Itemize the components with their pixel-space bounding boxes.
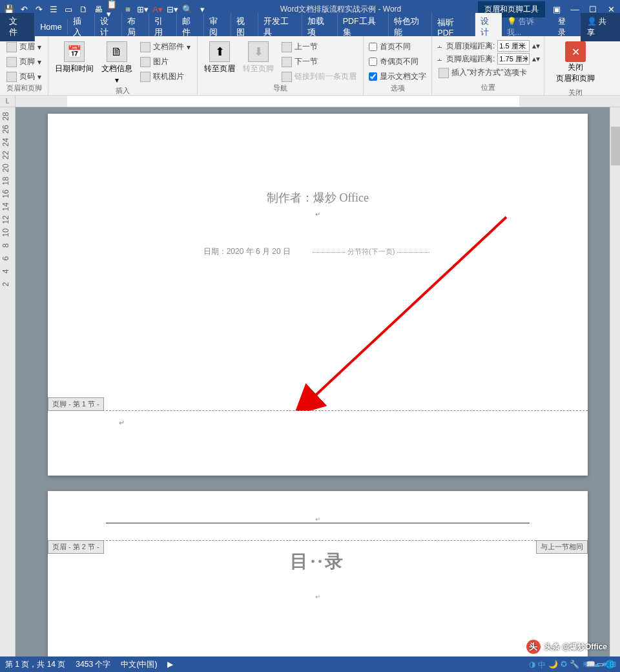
page-number-button[interactable]: 页码 ▾ [4, 70, 44, 83]
watermark-overlay: 头 头条 @爆炒Office [526, 640, 607, 654]
tray-icon[interactable]: 🔧 [570, 660, 579, 671]
show-text-checkbox[interactable]: 显示文档文字 [367, 70, 428, 83]
status-language[interactable]: 中文(中国) [121, 659, 157, 670]
pictures-button[interactable]: 图片 [138, 55, 193, 68]
annotation-arrow-icon [293, 211, 519, 411]
same-as-previous-tag: 与上一节相同 [536, 540, 588, 554]
tab-selector[interactable]: L [0, 96, 16, 107]
close-x-icon: ✕ [565, 41, 586, 62]
toc-heading: 目··录 [99, 549, 536, 574]
header-section-tag: 页眉 - 第 2 节 - [48, 540, 104, 554]
date-text: 日期：2020 年 6 月 20 日分节符(下一页) [99, 244, 536, 257]
quickparts-button[interactable]: 文档部件 ▾ [138, 40, 193, 54]
online-pictures-button[interactable]: 联机图片 [138, 70, 193, 83]
tray-icon[interactable]: ♥ [603, 660, 607, 671]
status-page[interactable]: 第 1 页，共 14 页 [5, 659, 65, 670]
header-distance-input[interactable] [497, 40, 530, 52]
footer-boundary [48, 410, 588, 411]
diff-odd-even-checkbox[interactable]: 奇偶页不同 [367, 55, 428, 68]
group-label: 导航 [202, 83, 359, 94]
header-distance-label: 页眉顶端距离: [446, 41, 495, 52]
tray-icon[interactable]: 🌙 [548, 660, 558, 671]
vertical-ruler[interactable]: 282624222018161412108642 [0, 107, 16, 656]
menu-home[interactable]: Home [35, 19, 67, 35]
tray-icon[interactable]: ☁ [592, 660, 600, 671]
section-break-label: 分节符(下一页) [310, 247, 432, 257]
status-macro-icon[interactable]: ▶ [167, 660, 173, 669]
prev-section-button[interactable]: 上一节 [279, 40, 359, 54]
watermark-logo-icon: 头 [526, 640, 541, 654]
ribbon: 页眉 ▾ 页脚 ▾ 页码 ▾ 页眉和页脚 📅日期和时间 🗎文档信息▾ 文档部件 … [0, 36, 620, 96]
document-page-2: ↵ 页眉 - 第 2 节 - 与上一节相同 目··录 ↵ [48, 491, 588, 656]
header-area[interactable]: ↵ [106, 504, 530, 523]
horizontal-ruler[interactable]: L [0, 96, 620, 107]
tray-icon[interactable]: 中 [538, 660, 546, 671]
datetime-button[interactable]: 📅日期和时间 [52, 40, 96, 76]
group-label: 页眉和页脚 [4, 83, 44, 94]
paragraph-mark: ↵ [119, 419, 125, 427]
goto-footer-button[interactable]: ⬇转至页脚 [240, 40, 276, 76]
scrollbar-thumb[interactable] [611, 127, 620, 165]
page-canvas[interactable]: 制作者：爆炒 Office ↵ 日期：2020 年 6 月 20 日分节符(下一… [16, 107, 620, 656]
insert-align-tab-button[interactable]: 插入"对齐方式"选项卡 [436, 66, 540, 79]
paragraph-mark: ↵ [99, 211, 536, 218]
footer-button[interactable]: 页脚 ▾ [4, 55, 44, 68]
next-section-button[interactable]: 下一节 [279, 55, 359, 68]
status-word-count[interactable]: 3453 个字 [76, 659, 110, 670]
footer-section-tag: 页脚 - 第 1 节 - [48, 397, 104, 411]
header-boundary [48, 540, 588, 541]
footer-distance-label: 页脚底端距离: [446, 54, 495, 65]
link-previous-button[interactable]: 链接到前一条页眉 [279, 70, 359, 83]
status-bar: 第 1 页，共 14 页 3453 个字 中文(中国) ▶ 📖 ▭ 🌐 [0, 656, 620, 672]
header-button[interactable]: 页眉 ▾ [4, 40, 44, 54]
tray-icon[interactable]: ✪ [561, 660, 567, 671]
tray-icon[interactable]: ⛯ [582, 660, 590, 671]
docinfo-button[interactable]: 🗎文档信息▾ [99, 40, 135, 86]
system-tray: ◑中🌙✪🔧⛯☁♥⊞ [529, 660, 616, 671]
goto-header-button[interactable]: ⬆转至页眉 [202, 40, 238, 76]
paragraph-mark: ↵ [99, 593, 536, 600]
qat-icon[interactable]: ☰ [47, 3, 60, 16]
document-area: 282624222018161412108642 制作者：爆炒 Office ↵… [0, 107, 620, 656]
author-text: 制作者：爆炒 Office [99, 190, 536, 205]
tray-icon[interactable]: ◑ [529, 660, 535, 671]
footer-distance-input[interactable] [497, 53, 530, 65]
document-page-1: 制作者：爆炒 Office ↵ 日期：2020 年 6 月 20 日分节符(下一… [48, 114, 588, 476]
tray-icon[interactable]: ⊞ [610, 660, 616, 671]
close-header-footer-button[interactable]: ✕ 关闭 页眉和页脚 [548, 37, 603, 88]
diff-first-checkbox[interactable]: 首页不同 [367, 40, 428, 54]
vertical-scrollbar[interactable] [610, 107, 620, 656]
group-label: 位置 [436, 83, 540, 94]
menu-bar: 文件 Home 插入 设计 布局 引用 邮件 审阅 视图 开发工具 加载项 PD… [0, 18, 620, 36]
group-label: 选项 [367, 83, 428, 94]
